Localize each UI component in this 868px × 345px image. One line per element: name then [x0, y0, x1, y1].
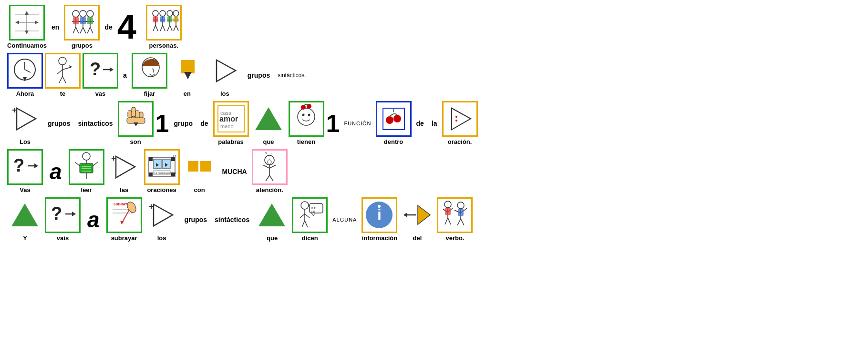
words-box-icon: casa amor mano: [216, 103, 247, 134]
triangle-right-icon: [209, 55, 240, 86]
svg-marker-137: [72, 212, 76, 216]
svg-line-149: [300, 214, 305, 218]
oracion-label-3: oración.: [448, 138, 472, 145]
svg-text:amor: amor: [219, 115, 238, 123]
cell-con-4: con: [182, 149, 217, 193]
triangle-dots-icon: [444, 103, 475, 134]
leer-label: leer: [81, 186, 92, 193]
cell-4: 4: [117, 8, 136, 46]
los-label-2: los: [220, 90, 229, 97]
svg-point-20: [87, 10, 93, 17]
svg-point-133: [268, 160, 271, 164]
leer-icon-box: [69, 149, 104, 185]
del-icon-box: [399, 197, 435, 233]
que-label-3: que: [263, 138, 274, 145]
svg-rect-19: [80, 17, 86, 24]
svg-text:i: i: [377, 206, 382, 223]
los-label-3: Los: [20, 138, 31, 145]
person-pointing-icon: [47, 55, 78, 86]
cell-subrayar: SUBRAYAR subrayar: [106, 197, 142, 242]
las-label-4: las: [120, 186, 128, 193]
svg-rect-43: [167, 16, 172, 22]
subrayar-label: subrayar: [111, 234, 137, 242]
svg-line-151: [302, 221, 305, 227]
svg-rect-112: [149, 157, 153, 161]
svg-rect-101: [80, 163, 93, 173]
svg-line-58: [62, 67, 71, 70]
svg-line-167: [445, 218, 448, 224]
los-tri-icon-box-5: +: [144, 197, 180, 233]
svg-line-29: [153, 25, 155, 31]
dicen-icon-box: B.B. B.B.: [292, 197, 328, 233]
svg-point-8: [72, 10, 79, 17]
svg-rect-73: [132, 107, 135, 117]
fijar-icon-box: [132, 53, 167, 89]
svg-point-170: [457, 202, 464, 209]
smiley-cherry-icon: [291, 103, 322, 134]
triangle-right-plus-icon: +: [10, 103, 41, 134]
svg-line-35: [160, 25, 163, 31]
svg-text:?: ?: [13, 155, 24, 175]
continuamos-icon-box: [9, 5, 45, 41]
question-arrow3-icon: ?: [47, 200, 78, 231]
svg-marker-109: [116, 156, 135, 178]
cell-personas: personas.: [146, 5, 182, 49]
los-icon-box: [207, 53, 243, 89]
head-profile-icon: [134, 55, 165, 86]
svg-point-86: [302, 114, 304, 116]
svg-line-61: [62, 76, 66, 83]
subrayar-hand-icon: SUBRAYAR: [109, 200, 140, 231]
svg-text:+: +: [12, 105, 17, 115]
svg-marker-84: [255, 107, 282, 130]
svg-line-18: [83, 27, 86, 33]
vas-icon-box-4: ?: [7, 149, 43, 185]
row-2: Ahora te ?: [7, 53, 861, 97]
people-group-icon: [66, 7, 97, 38]
cell-a-4: a: [45, 154, 67, 189]
en-icon-box: [169, 53, 205, 89]
word-funcion: función: [341, 119, 373, 128]
word-grupos-3: grupos: [45, 118, 73, 129]
svg-rect-31: [153, 16, 158, 22]
dentro-label: dentro: [384, 138, 403, 145]
svg-line-174: [457, 219, 461, 225]
cell-atencion: ? ~ atención.: [252, 149, 288, 193]
cell-los-3: + Los: [7, 101, 43, 145]
svg-line-175: [461, 219, 464, 225]
cell-del-5: del: [399, 197, 435, 242]
svg-line-30: [155, 25, 158, 31]
row-3: + Los grupos sintacticos: [7, 101, 861, 145]
svg-point-95: [455, 116, 457, 118]
cell-grupos-1: grupos: [64, 5, 100, 49]
svg-point-91: [386, 116, 393, 124]
son-label: son: [130, 138, 141, 145]
cell-vais-5: ? vais: [45, 197, 81, 242]
svg-line-47: [174, 25, 176, 31]
row-1: Continuamos en: [7, 5, 861, 49]
cell-los-2: los: [207, 53, 243, 97]
svg-line-130: [269, 165, 276, 168]
vas-label-4: Vas: [20, 186, 30, 193]
svg-text:mano: mano: [220, 123, 234, 129]
word-grupos-5: grupos: [182, 214, 210, 225]
svg-line-105: [93, 162, 98, 166]
vais-icon-box: ?: [45, 197, 81, 233]
svg-line-23: [87, 27, 90, 33]
cell-vas-4: ? Vas: [7, 149, 43, 193]
svg-rect-124: [200, 161, 211, 172]
question-arrow2-icon: ?: [10, 152, 41, 183]
informacion-label: información: [362, 234, 397, 242]
svg-line-168: [448, 218, 451, 224]
triangle-green2-icon: [257, 200, 288, 231]
people-group2-icon: [148, 7, 179, 38]
svg-text:B.B.: B.B.: [311, 210, 315, 213]
svg-marker-6: [15, 20, 19, 24]
svg-line-60: [59, 76, 62, 83]
letter-a-5: a: [83, 202, 104, 237]
cell-leer: leer: [69, 149, 104, 193]
cell-son: son: [118, 101, 154, 145]
svg-line-132: [269, 175, 273, 181]
svg-marker-144: [154, 204, 173, 226]
word-en-1: en: [49, 21, 62, 33]
te-label: te: [60, 90, 66, 97]
